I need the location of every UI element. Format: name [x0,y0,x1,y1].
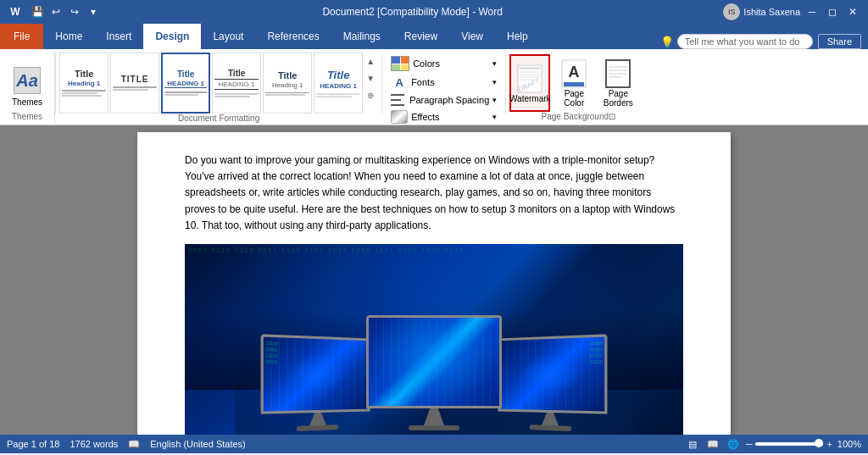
style-previews: Title Heading 1 TITLE [59,53,363,114]
page-info: Page 1 of 18 [7,439,59,449]
fonts-dropdown-icon: ▾ [492,78,497,86]
doc-format-label: Document Formatting [59,114,378,125]
svg-text:A: A [569,64,580,80]
ribbon-content: Aa Themes Themes Title Heading 1 [0,49,868,125]
undo-qat-button[interactable]: ↩ [47,3,64,20]
page-bg-buttons: DRAFT Watermark A Page Color [509,53,647,112]
style-title-only[interactable]: TITLE [110,53,159,114]
monitor-right: 01100100110110111010 [498,334,607,432]
tab-mailings[interactable]: Mailings [331,24,392,49]
paragraph-spacing-button[interactable]: Paragraph Spacing ▾ [387,92,500,108]
colors-button[interactable]: Colors ▾ [387,54,500,73]
page-bg-group-label-row: Page Background ⊡ [509,112,647,123]
watermark-icon: DRAFT [516,64,543,94]
web-layout-button[interactable]: 🌐 [726,436,741,452]
page-color-label: Page Color [559,89,589,108]
style-basic[interactable]: Title HEADING 1 [314,53,363,114]
user-name: Ishita Saxena [743,7,800,17]
page-borders-label: Page Borders [603,89,633,108]
redo-qat-button[interactable]: ↪ [66,3,83,20]
fonts-button[interactable]: A Fonts ▾ [387,73,500,92]
themes-group-label: Themes [0,112,54,121]
monitor-left-screen: 10110010011101000101 [261,334,370,413]
svg-rect-8 [564,82,584,86]
tab-layout[interactable]: Layout [201,24,255,49]
status-right: ▤ 📖 🌐 ─ + 100% [685,436,861,452]
tab-home[interactable]: Home [43,24,94,49]
scroll-down-arrow[interactable]: ▼ [364,69,376,86]
style-shaded[interactable]: Title HEADING 1 [161,53,210,114]
quick-access-toolbar: 💾 ↩ ↪ ▾ [29,3,102,20]
save-qat-button[interactable]: 💾 [29,3,46,20]
page-borders-icon [604,58,632,89]
tab-design[interactable]: Design [143,24,201,49]
fonts-icon: A [391,75,408,90]
close-button[interactable]: ✕ [844,3,861,20]
document-image: 1001 0110 1010 0011 1100 0101 1011 0010 … [185,244,683,435]
user-info[interactable]: IS Ishita Saxena [723,3,800,20]
effects-label: Effects [411,112,439,122]
document-area: Do you want to improve your gaming or mu… [0,125,868,435]
style-lines[interactable]: Title HEADING 1 [212,53,261,114]
page-borders-button[interactable]: Page Borders [598,54,638,112]
page-background-label: Page Background [542,112,609,121]
effects-dropdown-icon: ▾ [492,113,497,121]
tab-help[interactable]: Help [495,24,540,49]
themes-label: Themes [12,97,42,107]
page-bg-collapse-icon[interactable]: ⊡ [609,112,615,121]
document-page: Do you want to improve your gaming or mu… [137,132,731,435]
style-default-title: Title [75,69,93,79]
tab-view[interactable]: View [449,24,495,49]
tell-me-input[interactable]: Tell me what you want to do [677,34,813,49]
watermark-svg: DRAFT [516,64,543,94]
colors-label: Colors [413,58,440,69]
proofing-icon[interactable]: 📖 [128,439,140,450]
tab-review[interactable]: Review [392,24,449,49]
customize-qat-button[interactable]: ▾ [85,3,102,20]
monitor-center [366,315,502,430]
styles-scroll: ▲ ▼ ⊕ [363,53,378,103]
ribbon-tabs: File Home Insert Design Layout Reference… [0,24,868,49]
watermark-label: Watermark [509,94,551,103]
themes-button[interactable]: Aa Themes [5,57,49,118]
status-bar: Page 1 of 18 1762 words 📖 English (Unite… [0,435,868,453]
effects-button[interactable]: Effects ▾ [387,108,500,125]
scroll-up-arrow[interactable]: ▲ [364,53,376,69]
read-mode-button[interactable]: 📖 [705,436,721,452]
style-default[interactable]: Title Heading 1 [59,53,108,114]
document-formatting-group: Title Heading 1 TITLE [56,51,381,123]
word-icon: W [7,3,24,20]
lightbulb-icon: 💡 [660,36,674,48]
zoom-in-button[interactable]: + [826,439,832,449]
tab-file[interactable]: File [0,24,43,49]
zoom-slider[interactable]: ─ + [746,439,832,449]
monitor-center-screen [366,315,502,408]
word-count: 1762 words [70,439,118,449]
zoom-percent[interactable]: 100% [837,439,861,449]
para-spacing-dropdown-icon: ▾ [492,96,497,104]
para-spacing-icon [391,93,406,107]
language[interactable]: English (United States) [150,439,246,449]
print-layout-view-button[interactable]: ▤ [685,436,700,452]
tell-me-placeholder: Tell me what you want to do [685,36,800,47]
tab-references[interactable]: References [255,24,331,49]
styles-container: Title Heading 1 TITLE [59,53,378,114]
zoom-track[interactable] [755,442,823,446]
status-icons: 📖 [128,439,140,450]
minimize-button[interactable]: ─ [804,3,821,20]
zoom-out-button[interactable]: ─ [746,439,753,449]
title-bar-title: Document2 [Compatibility Mode] - Word [322,6,503,18]
watermark-button[interactable]: DRAFT Watermark [509,54,550,112]
title-bar: W 💾 ↩ ↪ ▾ Document2 [Compatibility Mode]… [0,0,868,24]
scroll-more-arrow[interactable]: ⊕ [364,86,376,103]
document-text-before: Do you want to improve your gaming or mu… [185,153,683,234]
style-lined[interactable]: Title Heading 1 [263,53,312,114]
restore-button[interactable]: ◻ [824,3,841,20]
fonts-label: Fonts [411,77,435,87]
colors-fonts-group: Colors ▾ A Fonts ▾ Paragraph Spacing ▾ E… [382,51,505,123]
tab-insert[interactable]: Insert [94,24,143,49]
monitor-left: 10110010011101000101 [261,334,370,432]
share-button[interactable]: Share [818,34,861,49]
colors-icon [391,56,409,71]
page-color-button[interactable]: A Page Color [554,54,594,112]
